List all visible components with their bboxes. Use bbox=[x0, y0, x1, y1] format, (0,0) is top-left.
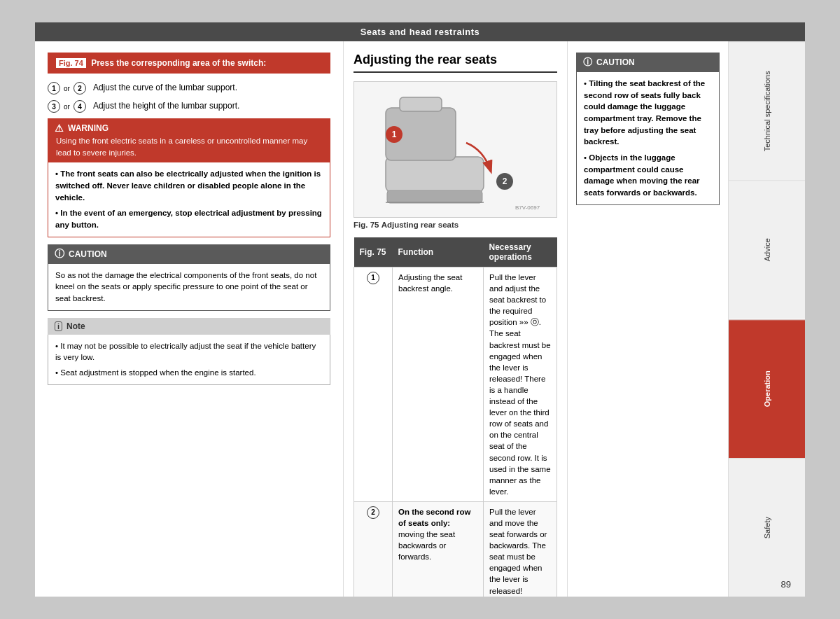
circle-num-1: 1 bbox=[367, 272, 379, 284]
svg-text:1: 1 bbox=[391, 130, 396, 139]
fig74-text: Press the corresponding area of the swit… bbox=[91, 58, 266, 68]
header-title: Seats and head restraints bbox=[360, 27, 480, 37]
th-fig: Fig. 75 bbox=[354, 237, 393, 267]
table-row-1: 1 Adjusting the seat backrest angle. Pul… bbox=[354, 267, 557, 502]
table-cell-ops-1: Pull the lever and adjust the seat backr… bbox=[484, 267, 557, 502]
fig75-ref: Fig. 75 bbox=[354, 221, 379, 229]
right-caution-icon: ⓘ bbox=[583, 56, 592, 69]
circle-3: 3 bbox=[48, 100, 60, 113]
fig-caption-box: Fig. 74 Press the corresponding area of … bbox=[48, 53, 330, 74]
note-section: i Note • It may not be possible to elect… bbox=[48, 318, 330, 385]
sidebar-tab-advice[interactable]: Advice bbox=[729, 180, 805, 319]
table-row-2: 2 On the second row of seats only: movin… bbox=[354, 501, 557, 597]
table-cell-func-2: On the second row of seats only: moving … bbox=[393, 501, 484, 597]
warning-content: • The front seats can also be electrical… bbox=[48, 162, 330, 237]
svg-rect-2 bbox=[387, 190, 482, 203]
warning-body: Using the front electric seats in a care… bbox=[55, 135, 323, 158]
sidebar-tab-technical[interactable]: Technical specifications bbox=[729, 41, 805, 180]
svg-rect-3 bbox=[400, 97, 442, 111]
section-title: Adjusting the rear seats bbox=[354, 53, 557, 73]
fig74-ref: Fig. 74 bbox=[56, 58, 86, 68]
warning-title: ⚠ WARNING bbox=[55, 123, 323, 134]
caution-text: So as not the damage the electrical comp… bbox=[55, 270, 323, 305]
item-row-1: 1 or 2 Adjust the curve of the lumbar su… bbox=[48, 82, 330, 95]
page-number: 89 bbox=[781, 579, 791, 590]
right-content-col: ⓘ CAUTION • Tilting the seat backrest of… bbox=[567, 41, 728, 597]
item-text-1: Adjust the curve of the lumbar support. bbox=[93, 82, 237, 94]
circle-4: 4 bbox=[74, 100, 86, 113]
sidebar-tab-operation[interactable]: Operation bbox=[729, 319, 805, 458]
note-bullet-2: • Seat adjustment is stopped when the en… bbox=[55, 367, 323, 379]
tab-technical-label: Technical specifications bbox=[763, 71, 771, 151]
right-caution-body: • Tilting the seat backrest of the secon… bbox=[576, 72, 720, 205]
svg-text:B7V-0697: B7V-0697 bbox=[515, 204, 540, 211]
warning-bullet-1: • The front seats can also be electrical… bbox=[55, 168, 323, 203]
warning-bullet-2: • In the event of an emergency, stop ele… bbox=[55, 207, 323, 230]
table-cell-num-1: 1 bbox=[354, 267, 393, 502]
warning-label: WARNING bbox=[68, 123, 108, 133]
tab-safety-label: Safety bbox=[763, 517, 771, 538]
caution-header: ⓘ CAUTION bbox=[48, 244, 330, 264]
caution-section: ⓘ CAUTION So as not the damage the elect… bbox=[48, 244, 330, 311]
circle-2: 2 bbox=[74, 82, 86, 95]
note-label: Note bbox=[66, 321, 85, 331]
th-function: Function bbox=[393, 237, 484, 267]
page-body: Fig. 74 Press the corresponding area of … bbox=[35, 41, 805, 597]
function-table: Fig. 75 Function Necessary operations 1 … bbox=[354, 237, 557, 597]
note-icon: i bbox=[55, 321, 62, 331]
sidebar-tab-safety[interactable]: Safety bbox=[729, 458, 805, 597]
warning-section: ⚠ WARNING Using the front electric seats… bbox=[48, 118, 330, 237]
table-cell-num-2: 2 bbox=[354, 501, 393, 597]
item-text-2: Adjust the height of the lumbar support. bbox=[93, 100, 239, 112]
caution-body: So as not the damage the electrical comp… bbox=[48, 264, 330, 311]
circle-1: 1 bbox=[48, 82, 60, 95]
right-caution-bullet-1: • Tilting the seat backrest of the secon… bbox=[584, 78, 712, 148]
page-header: Seats and head restraints bbox=[35, 22, 805, 41]
or-1: or bbox=[64, 85, 70, 92]
right-caution-label: CAUTION bbox=[596, 57, 635, 67]
warning-header: ⚠ WARNING Using the front electric seats… bbox=[48, 118, 330, 162]
left-column: Fig. 74 Press the corresponding area of … bbox=[35, 41, 343, 597]
fig75-caption: Fig. 75 Adjusting rear seats bbox=[354, 221, 557, 229]
caution-label: CAUTION bbox=[69, 249, 107, 259]
note-body: • It may not be possible to electrically… bbox=[48, 335, 330, 385]
func-bold: On the second row of seats only: bbox=[398, 508, 471, 527]
caution-icon: ⓘ bbox=[55, 248, 64, 260]
table-cell-ops-2: Pull the lever and move the seat forward… bbox=[484, 501, 557, 597]
seat-diagram-svg: 1 2 B7V-0697 bbox=[358, 87, 554, 213]
or-2: or bbox=[64, 103, 70, 111]
note-header: i Note bbox=[48, 318, 330, 335]
right-sidebar: Technical specifications Advice Operatio… bbox=[728, 41, 805, 597]
mid-column: Adjusting the rear seats 1 bbox=[343, 41, 567, 597]
svg-text:2: 2 bbox=[502, 176, 507, 186]
note-bullet-1: • It may not be possible to electrically… bbox=[55, 340, 323, 363]
warning-icon: ⚠ bbox=[55, 123, 64, 134]
right-caution-section: ⓘ CAUTION • Tilting the seat backrest of… bbox=[576, 53, 720, 205]
fig-image-area: 1 2 B7V-0697 bbox=[354, 81, 557, 218]
svg-rect-0 bbox=[386, 157, 484, 192]
fig75-caption-text: Adjusting rear seats bbox=[382, 221, 459, 229]
item-row-2: 3 or 4 Adjust the height of the lumbar s… bbox=[48, 100, 330, 113]
tab-advice-label: Advice bbox=[763, 238, 771, 261]
circle-num-2: 2 bbox=[367, 506, 379, 519]
func-rest: moving the seat backwards or forwards. bbox=[398, 530, 455, 561]
table-cell-func-1: Adjusting the seat backrest angle. bbox=[393, 267, 484, 502]
tab-operation-label: Operation bbox=[763, 370, 771, 407]
right-caution-bullet-2: • Objects in the luggage compartment cou… bbox=[584, 152, 712, 199]
page-container: Seats and head restraints Fig. 74 Press … bbox=[35, 22, 805, 597]
right-caution-header: ⓘ CAUTION bbox=[576, 53, 720, 72]
th-operations: Necessary operations bbox=[484, 237, 557, 267]
